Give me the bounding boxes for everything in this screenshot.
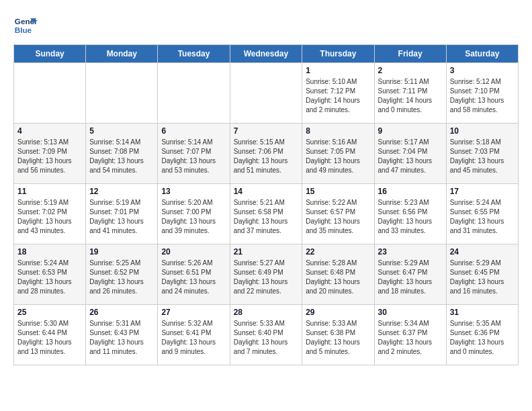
day-number: 12 (89, 187, 154, 196)
day-info: Sunrise: 5:32 AM Sunset: 6:41 PM Dayligh… (161, 319, 226, 357)
day-number: 3 (450, 66, 515, 75)
calendar-cell: 20Sunrise: 5:26 AM Sunset: 6:51 PM Dayli… (158, 244, 230, 305)
day-info: Sunrise: 5:15 AM Sunset: 7:06 PM Dayligh… (234, 138, 299, 175)
calendar-week-row: 25Sunrise: 5:30 AM Sunset: 6:44 PM Dayli… (14, 305, 519, 365)
calendar-cell: 16Sunrise: 5:23 AM Sunset: 6:56 PM Dayli… (374, 184, 446, 244)
weekday-header-row: SundayMondayTuesdayWednesdayThursdayFrid… (14, 45, 519, 63)
calendar-cell: 22Sunrise: 5:28 AM Sunset: 6:48 PM Dayli… (302, 244, 374, 305)
calendar-cell: 12Sunrise: 5:19 AM Sunset: 7:01 PM Dayli… (86, 184, 158, 244)
day-number: 29 (306, 308, 370, 317)
day-info: Sunrise: 5:14 AM Sunset: 7:07 PM Dayligh… (161, 138, 226, 175)
day-number: 11 (17, 187, 82, 196)
calendar-cell: 26Sunrise: 5:31 AM Sunset: 6:43 PM Dayli… (86, 305, 158, 365)
calendar-cell: 23Sunrise: 5:29 AM Sunset: 6:47 PM Dayli… (374, 244, 446, 305)
calendar-week-row: 18Sunrise: 5:24 AM Sunset: 6:53 PM Dayli… (14, 244, 519, 305)
day-info: Sunrise: 5:27 AM Sunset: 6:49 PM Dayligh… (234, 259, 299, 296)
day-number: 23 (378, 247, 443, 257)
calendar-cell: 27Sunrise: 5:32 AM Sunset: 6:41 PM Dayli… (158, 305, 230, 365)
calendar-cell: 10Sunrise: 5:18 AM Sunset: 7:03 PM Dayli… (446, 124, 518, 184)
day-info: Sunrise: 5:12 AM Sunset: 7:10 PM Dayligh… (450, 77, 515, 115)
calendar-cell: 15Sunrise: 5:22 AM Sunset: 6:57 PM Dayli… (302, 184, 374, 244)
weekday-label: Thursday (302, 45, 374, 63)
day-number: 14 (234, 187, 299, 196)
day-number: 4 (17, 126, 82, 136)
calendar-cell (14, 63, 86, 124)
day-info: Sunrise: 5:16 AM Sunset: 7:05 PM Dayligh… (306, 138, 370, 175)
day-number: 28 (234, 308, 299, 317)
day-number: 5 (89, 126, 154, 136)
day-info: Sunrise: 5:23 AM Sunset: 6:56 PM Dayligh… (378, 198, 443, 236)
calendar-cell: 17Sunrise: 5:24 AM Sunset: 6:55 PM Dayli… (446, 184, 518, 244)
day-number: 7 (234, 126, 299, 136)
calendar-cell: 7Sunrise: 5:15 AM Sunset: 7:06 PM Daylig… (230, 124, 302, 184)
day-info: Sunrise: 5:30 AM Sunset: 6:44 PM Dayligh… (17, 319, 82, 357)
day-number: 25 (17, 308, 82, 317)
day-info: Sunrise: 5:11 AM Sunset: 7:11 PM Dayligh… (378, 77, 443, 115)
day-number: 1 (306, 66, 370, 75)
day-info: Sunrise: 5:13 AM Sunset: 7:09 PM Dayligh… (17, 138, 82, 175)
day-number: 31 (450, 308, 515, 317)
day-number: 21 (234, 247, 299, 257)
weekday-label: Wednesday (230, 45, 302, 63)
day-number: 18 (17, 247, 82, 257)
day-number: 9 (378, 126, 443, 136)
calendar-cell: 25Sunrise: 5:30 AM Sunset: 6:44 PM Dayli… (14, 305, 86, 365)
day-info: Sunrise: 5:21 AM Sunset: 6:58 PM Dayligh… (234, 198, 299, 236)
day-number: 16 (378, 187, 443, 196)
day-info: Sunrise: 5:19 AM Sunset: 7:02 PM Dayligh… (17, 198, 82, 236)
day-info: Sunrise: 5:22 AM Sunset: 6:57 PM Dayligh… (306, 198, 370, 236)
calendar-week-row: 4Sunrise: 5:13 AM Sunset: 7:09 PM Daylig… (14, 124, 519, 184)
day-info: Sunrise: 5:17 AM Sunset: 7:04 PM Dayligh… (378, 138, 443, 175)
calendar-cell: 29Sunrise: 5:33 AM Sunset: 6:38 PM Dayli… (302, 305, 374, 365)
day-info: Sunrise: 5:35 AM Sunset: 6:36 PM Dayligh… (450, 319, 515, 357)
calendar-week-row: 11Sunrise: 5:19 AM Sunset: 7:02 PM Dayli… (14, 184, 519, 244)
day-info: Sunrise: 5:26 AM Sunset: 6:51 PM Dayligh… (161, 259, 226, 296)
day-info: Sunrise: 5:24 AM Sunset: 6:53 PM Dayligh… (17, 259, 82, 296)
calendar-cell (158, 63, 230, 124)
weekday-label: Sunday (14, 45, 86, 63)
day-info: Sunrise: 5:25 AM Sunset: 6:52 PM Dayligh… (89, 259, 154, 296)
calendar-cell: 14Sunrise: 5:21 AM Sunset: 6:58 PM Dayli… (230, 184, 302, 244)
day-number: 22 (306, 247, 370, 257)
weekday-label: Tuesday (158, 45, 230, 63)
calendar-cell: 24Sunrise: 5:29 AM Sunset: 6:45 PM Dayli… (446, 244, 518, 305)
calendar-cell: 18Sunrise: 5:24 AM Sunset: 6:53 PM Dayli… (14, 244, 86, 305)
calendar-cell: 19Sunrise: 5:25 AM Sunset: 6:52 PM Dayli… (86, 244, 158, 305)
day-info: Sunrise: 5:29 AM Sunset: 6:47 PM Dayligh… (378, 259, 443, 296)
weekday-label: Friday (374, 45, 446, 63)
day-number: 27 (161, 308, 226, 317)
day-info: Sunrise: 5:19 AM Sunset: 7:01 PM Dayligh… (89, 198, 154, 236)
logo: General Blue (13, 13, 38, 38)
day-number: 10 (450, 126, 515, 136)
calendar-cell: 6Sunrise: 5:14 AM Sunset: 7:07 PM Daylig… (158, 124, 230, 184)
day-info: Sunrise: 5:31 AM Sunset: 6:43 PM Dayligh… (89, 319, 154, 357)
calendar-cell: 4Sunrise: 5:13 AM Sunset: 7:09 PM Daylig… (14, 124, 86, 184)
day-info: Sunrise: 5:33 AM Sunset: 6:38 PM Dayligh… (306, 319, 370, 357)
day-number: 15 (306, 187, 370, 196)
header: General Blue (13, 13, 519, 38)
calendar-cell: 3Sunrise: 5:12 AM Sunset: 7:10 PM Daylig… (446, 63, 518, 124)
calendar-cell: 11Sunrise: 5:19 AM Sunset: 7:02 PM Dayli… (14, 184, 86, 244)
day-number: 17 (450, 187, 515, 196)
weekday-label: Saturday (446, 45, 518, 63)
calendar-cell: 9Sunrise: 5:17 AM Sunset: 7:04 PM Daylig… (374, 124, 446, 184)
calendar-cell: 2Sunrise: 5:11 AM Sunset: 7:11 PM Daylig… (374, 63, 446, 124)
weekday-label: Monday (86, 45, 158, 63)
day-info: Sunrise: 5:29 AM Sunset: 6:45 PM Dayligh… (450, 259, 515, 296)
calendar-cell: 13Sunrise: 5:20 AM Sunset: 7:00 PM Dayli… (158, 184, 230, 244)
day-number: 8 (306, 126, 370, 136)
day-info: Sunrise: 5:14 AM Sunset: 7:08 PM Dayligh… (89, 138, 154, 175)
calendar-cell: 31Sunrise: 5:35 AM Sunset: 6:36 PM Dayli… (446, 305, 518, 365)
calendar-cell: 1Sunrise: 5:10 AM Sunset: 7:12 PM Daylig… (302, 63, 374, 124)
calendar-cell (230, 63, 302, 124)
calendar-cell: 8Sunrise: 5:16 AM Sunset: 7:05 PM Daylig… (302, 124, 374, 184)
logo-icon: General Blue (13, 13, 38, 38)
calendar-cell: 28Sunrise: 5:33 AM Sunset: 6:40 PM Dayli… (230, 305, 302, 365)
day-info: Sunrise: 5:10 AM Sunset: 7:12 PM Dayligh… (306, 77, 370, 115)
day-info: Sunrise: 5:20 AM Sunset: 7:00 PM Dayligh… (161, 198, 226, 236)
calendar-cell: 21Sunrise: 5:27 AM Sunset: 6:49 PM Dayli… (230, 244, 302, 305)
day-number: 24 (450, 247, 515, 257)
svg-text:Blue: Blue (15, 26, 32, 34)
day-number: 26 (89, 308, 154, 317)
calendar-body: 1Sunrise: 5:10 AM Sunset: 7:12 PM Daylig… (14, 63, 519, 365)
